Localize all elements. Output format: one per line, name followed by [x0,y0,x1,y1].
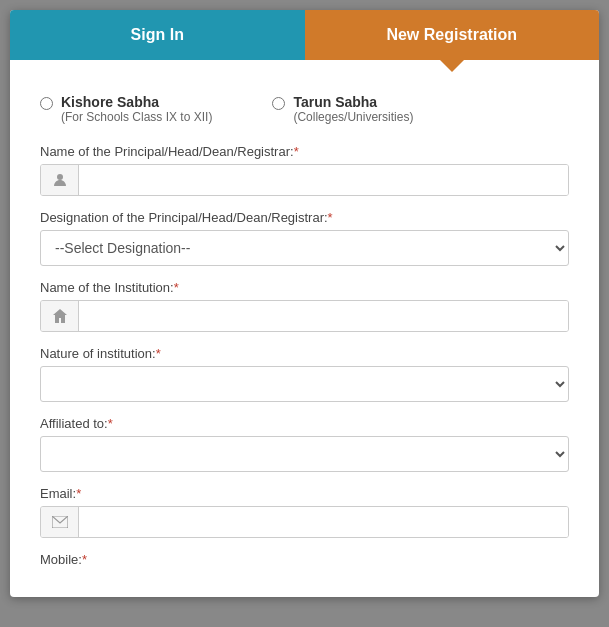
home-icon [41,301,79,331]
nature-group: Nature of institution:* [40,346,569,402]
mobile-group: Mobile:* [40,552,569,567]
kishore-sabha-main-label: Kishore Sabha [61,94,212,110]
kishore-sabha-option[interactable]: Kishore Sabha (For Schools Class IX to X… [40,94,212,124]
kishore-sabha-radio[interactable] [40,97,53,110]
institution-name-label: Name of the Institution:* [40,280,569,295]
tab-signin[interactable]: Sign In [10,10,305,60]
affiliated-group: Affiliated to:* [40,416,569,472]
required-marker-2: * [328,210,333,225]
tarun-sabha-main-label: Tarun Sabha [293,94,413,110]
principal-name-group: Name of the Principal/Head/Dean/Registra… [40,144,569,196]
svg-point-0 [57,174,63,180]
required-marker-7: * [82,552,87,567]
affiliated-select[interactable] [40,436,569,472]
email-icon [41,507,79,537]
tab-bar: Sign In New Registration [10,10,599,60]
register-tab-label: New Registration [386,26,517,43]
registration-card: Sign In New Registration Kishore Sabha (… [10,10,599,597]
designation-label: Designation of the Principal/Head/Dean/R… [40,210,569,225]
institution-name-input[interactable] [79,301,568,331]
email-group: Email:* [40,486,569,538]
required-marker-4: * [156,346,161,361]
affiliated-label: Affiliated to:* [40,416,569,431]
kishore-sabha-sub-label: (For Schools Class IX to XII) [61,110,212,124]
nature-label: Nature of institution:* [40,346,569,361]
email-input[interactable] [79,507,568,537]
required-marker: * [294,144,299,159]
sabha-radio-group: Kishore Sabha (For Schools Class IX to X… [40,94,569,124]
designation-select[interactable]: --Select Designation-- [40,230,569,266]
tarun-sabha-radio[interactable] [272,97,285,110]
institution-name-group: Name of the Institution:* [40,280,569,332]
person-icon [41,165,79,195]
signin-tab-label: Sign In [131,26,184,43]
email-label: Email:* [40,486,569,501]
mobile-label: Mobile:* [40,552,569,567]
nature-select[interactable] [40,366,569,402]
form-body: Kishore Sabha (For Schools Class IX to X… [10,60,599,597]
tarun-sabha-option[interactable]: Tarun Sabha (Colleges/Universities) [272,94,413,124]
required-marker-6: * [76,486,81,501]
email-input-wrapper [40,506,569,538]
tab-register[interactable]: New Registration [305,10,600,60]
designation-group: Designation of the Principal/Head/Dean/R… [40,210,569,266]
principal-name-label: Name of the Principal/Head/Dean/Registra… [40,144,569,159]
principal-name-input[interactable] [79,165,568,195]
principal-name-input-wrapper [40,164,569,196]
institution-name-input-wrapper [40,300,569,332]
required-marker-3: * [174,280,179,295]
tarun-sabha-sub-label: (Colleges/Universities) [293,110,413,124]
required-marker-5: * [108,416,113,431]
